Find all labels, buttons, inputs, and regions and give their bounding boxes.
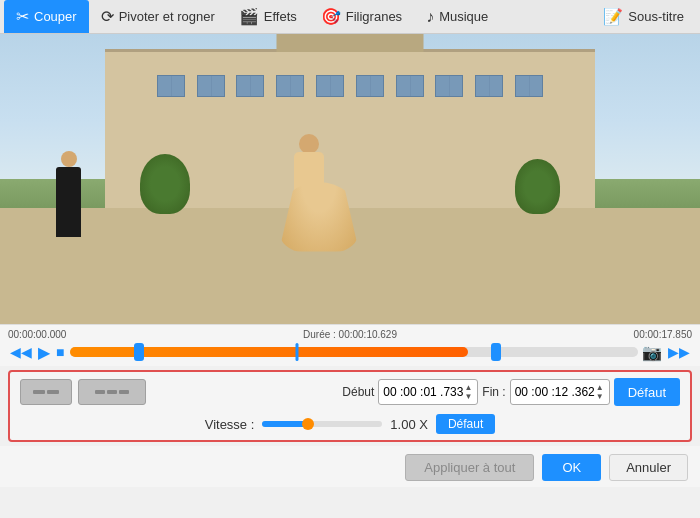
effects-icon: 🎬 <box>239 7 259 26</box>
tab-effets[interactable]: 🎬 Effets <box>227 0 309 33</box>
vitesse-label: Vitesse : <box>205 417 255 432</box>
tab-effets-label: Effets <box>264 9 297 24</box>
cut-left-button[interactable] <box>20 379 72 405</box>
fin-label: Fin : <box>482 385 505 399</box>
windows <box>154 75 546 97</box>
fin-spin: ▲ ▼ <box>595 384 605 401</box>
tab-bar: ✂ Couper ⟳ Pivoter et rogner 🎬 Effets 🎯 … <box>0 0 700 34</box>
window <box>435 75 463 97</box>
debut-label: Début <box>342 385 374 399</box>
video-preview <box>0 34 700 324</box>
tab-couper[interactable]: ✂ Couper <box>4 0 89 33</box>
window <box>396 75 424 97</box>
cut-right-button[interactable] <box>78 379 146 405</box>
debut-input[interactable]: 00 :00 :01 .733 ▲ ▼ <box>378 379 478 405</box>
window <box>356 75 384 97</box>
skip-back-button[interactable]: ◀◀ <box>8 342 34 362</box>
speed-default-button[interactable]: Défaut <box>436 414 495 434</box>
fin-spin-down[interactable]: ▼ <box>595 393 605 401</box>
tab-musique-label: Musique <box>439 9 488 24</box>
fin-input[interactable]: 00 :00 :12 .362 ▲ ▼ <box>510 379 610 405</box>
subtitle-icon: 📝 <box>603 7 623 26</box>
speed-slider-thumb[interactable] <box>302 418 314 430</box>
person-head <box>299 134 319 154</box>
speed-slider[interactable] <box>262 421 382 427</box>
controls-area: Début 00 :00 :01 .733 ▲ ▼ Fin : 00 :00 :… <box>8 370 692 442</box>
bush-right <box>515 159 560 214</box>
person-left <box>56 167 81 237</box>
scrubber-track[interactable] <box>70 347 638 357</box>
tab-filigranes[interactable]: 🎯 Filigranes <box>309 0 414 33</box>
action-row: Appliquer à tout OK Annuler <box>0 446 700 487</box>
tab-soustitres[interactable]: 📝 Sous-titre <box>591 0 696 33</box>
window <box>316 75 344 97</box>
scrubber-handle-left[interactable] <box>134 343 144 361</box>
debut-value: 00 :00 :01 .733 <box>383 385 463 399</box>
bush-left <box>140 154 190 214</box>
default-button[interactable]: Défaut <box>614 378 680 406</box>
svg-rect-0 <box>33 390 45 394</box>
tab-filigranes-label: Filigranes <box>346 9 402 24</box>
window <box>197 75 225 97</box>
speed-row: Vitesse : 1.00 X Défaut <box>20 414 680 434</box>
person-center <box>294 152 344 252</box>
window <box>515 75 543 97</box>
window <box>475 75 503 97</box>
tab-pivoter[interactable]: ⟳ Pivoter et rogner <box>89 0 227 33</box>
cancel-button[interactable]: Annuler <box>609 454 688 481</box>
debut-spin-up[interactable]: ▲ <box>463 384 473 392</box>
time-input-group: Début 00 :00 :01 .733 ▲ ▼ Fin : 00 :00 :… <box>342 378 680 406</box>
snapshot-button[interactable]: 📷 <box>642 343 662 362</box>
rotate-icon: ⟳ <box>101 7 114 26</box>
speed-value: 1.00 X <box>390 417 428 432</box>
fin-spin-up[interactable]: ▲ <box>595 384 605 392</box>
svg-rect-3 <box>107 390 117 394</box>
cut-right-icon <box>93 384 131 400</box>
duration-value: 00:00:10.629 <box>339 329 397 340</box>
debut-spin: ▲ ▼ <box>463 384 473 401</box>
cut-left-icon <box>31 384 61 400</box>
window <box>236 75 264 97</box>
time-end-label: 00:00:17.850 <box>634 329 692 340</box>
stop-button[interactable]: ■ <box>54 342 66 362</box>
time-start-label: 00:00:00.000 <box>8 329 66 340</box>
tab-musique[interactable]: ♪ Musique <box>414 0 500 33</box>
fin-value: 00 :00 :12 .362 <box>515 385 595 399</box>
apply-all-button: Appliquer à tout <box>405 454 534 481</box>
music-icon: ♪ <box>426 8 434 26</box>
watermark-icon: 🎯 <box>321 7 341 26</box>
cut-icon: ✂ <box>16 7 29 26</box>
cut-controls-row: Début 00 :00 :01 .733 ▲ ▼ Fin : 00 :00 :… <box>20 378 680 406</box>
ok-button[interactable]: OK <box>542 454 601 481</box>
tab-couper-label: Couper <box>34 9 77 24</box>
skip-forward-button[interactable]: ▶▶ <box>666 342 692 362</box>
debut-spin-down[interactable]: ▼ <box>463 393 473 401</box>
video-bg <box>0 34 700 324</box>
svg-rect-2 <box>95 390 105 394</box>
svg-rect-1 <box>47 390 59 394</box>
scrubber-handle-right[interactable] <box>491 343 501 361</box>
svg-rect-4 <box>119 390 129 394</box>
scrubber-playhead[interactable] <box>296 343 299 361</box>
window <box>276 75 304 97</box>
scrubber-row: ◀◀ ▶ ■ 📷 ▶▶ <box>8 342 692 362</box>
window <box>157 75 185 97</box>
play-button[interactable]: ▶ <box>38 343 50 362</box>
scrubber-fill <box>70 347 467 357</box>
tab-pivoter-label: Pivoter et rogner <box>119 9 215 24</box>
timeline-area: 00:00:00.000 Durée : 00:00:10.629 00:00:… <box>0 324 700 366</box>
duration-label: Durée : <box>303 329 336 340</box>
tab-soustitres-label: Sous-titre <box>628 9 684 24</box>
